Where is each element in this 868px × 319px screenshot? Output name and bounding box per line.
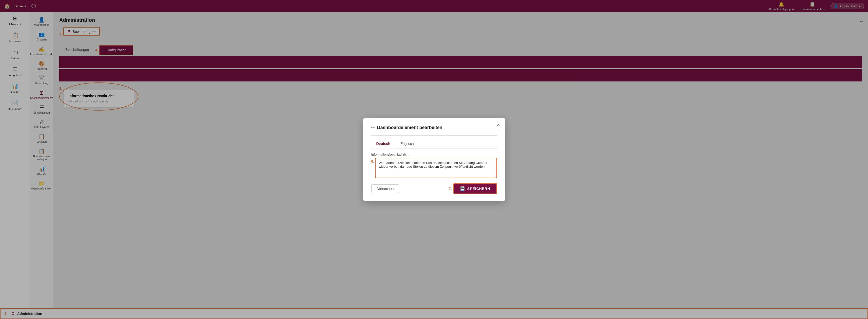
modal-overlay: × ✏ Dashboardelement bearbeiten Deutsch … (0, 0, 868, 319)
modal: × ✏ Dashboardelement bearbeiten Deutsch … (363, 118, 505, 201)
modal-title: Dashboardelement bearbeiten (377, 125, 442, 130)
modal-pencil-icon: ✏ (371, 125, 375, 130)
lang-tab-englisch[interactable]: Englisch (395, 140, 419, 148)
modal-footer: Abbrechen 7. 💾 SPEICHERN (371, 183, 497, 194)
info-message-textarea[interactable]: Wir haben derzeit keine offenen Stellen.… (375, 158, 497, 178)
modal-close-button[interactable]: × (497, 122, 500, 128)
field-label: Informationsbox Nachricht (371, 152, 497, 156)
lang-tab-englisch-label: Englisch (400, 142, 414, 146)
language-tabs: Deutsch Englisch (371, 140, 497, 148)
modal-divider (371, 135, 497, 136)
lang-tab-deutsch[interactable]: Deutsch (371, 140, 395, 148)
save-button-label: SPEICHERN (467, 187, 490, 191)
save-button[interactable]: 💾 SPEICHERN (454, 183, 497, 194)
save-icon: 💾 (460, 186, 465, 191)
cancel-button[interactable]: Abbrechen (371, 184, 399, 193)
step7-badge: 7. (449, 187, 452, 191)
modal-header: ✏ Dashboardelement bearbeiten (371, 125, 497, 130)
step6-badge: 6. (371, 160, 374, 164)
lang-tab-deutsch-label: Deutsch (376, 142, 390, 146)
